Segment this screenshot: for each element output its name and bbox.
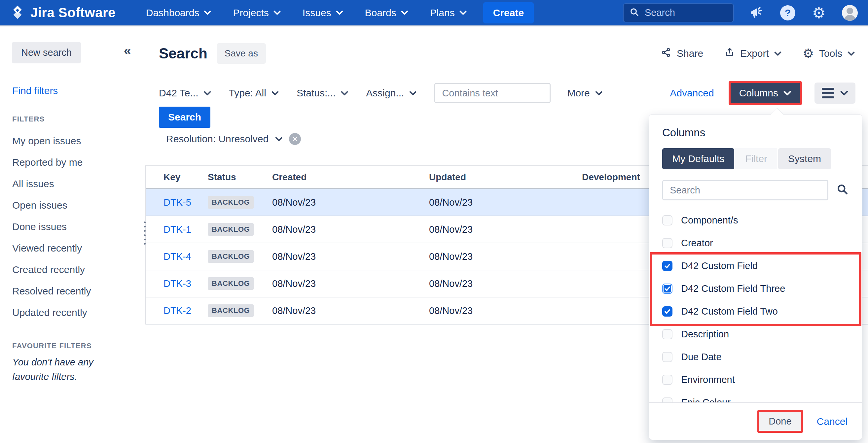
done-button[interactable]: Done bbox=[760, 412, 801, 431]
advanced-link[interactable]: Advanced bbox=[670, 88, 714, 99]
sidebar-filter-item[interactable]: Done issues bbox=[12, 216, 144, 238]
highlight-box-columns: Columns bbox=[728, 81, 802, 105]
column-option-label: Creator bbox=[681, 238, 713, 249]
sidebar-filter-item[interactable]: My open issues bbox=[12, 130, 144, 152]
column-header-updated[interactable]: Updated bbox=[429, 172, 582, 183]
checked-checkbox[interactable] bbox=[662, 306, 673, 317]
unchecked-checkbox[interactable] bbox=[662, 352, 673, 362]
unchecked-checkbox[interactable] bbox=[662, 329, 673, 339]
sidebar: New search « Find filters FILTERS My ope… bbox=[0, 27, 144, 443]
created-cell: 08/Nov/23 bbox=[272, 278, 429, 289]
tools-button[interactable]: ⚙ Tools bbox=[803, 47, 855, 60]
remove-filter-icon[interactable]: ✕ bbox=[289, 133, 301, 145]
create-button[interactable]: Create bbox=[483, 2, 534, 24]
columns-search-input[interactable] bbox=[662, 180, 828, 200]
share-button[interactable]: Share bbox=[661, 47, 703, 60]
chevron-down-icon bbox=[204, 91, 211, 96]
export-button[interactable]: Export bbox=[724, 47, 781, 60]
columns-option-list: Component/sCreatorD42 Custom FieldD42 Cu… bbox=[649, 209, 862, 414]
status-badge: BACKLOG bbox=[208, 223, 254, 236]
issue-key-link[interactable]: DTK-5 bbox=[163, 197, 191, 208]
column-header-status[interactable]: Status bbox=[208, 172, 272, 183]
sidebar-filter-item[interactable]: Viewed recently bbox=[12, 238, 144, 259]
nav-item-issues[interactable]: Issues bbox=[303, 7, 343, 19]
columns-tab-system[interactable]: System bbox=[778, 148, 831, 169]
sidebar-filter-item[interactable]: Updated recently bbox=[12, 302, 144, 323]
column-option-label: Environment bbox=[681, 374, 735, 385]
nav-search-box[interactable] bbox=[623, 3, 734, 23]
chevron-down-icon bbox=[783, 90, 792, 96]
checked-checkbox[interactable] bbox=[662, 261, 673, 271]
nav-item-projects[interactable]: Projects bbox=[233, 7, 280, 19]
collapse-sidebar-icon[interactable]: « bbox=[124, 44, 131, 57]
unchecked-checkbox[interactable] bbox=[662, 238, 673, 248]
jira-brand[interactable]: Jira Software bbox=[10, 5, 116, 21]
list-view-icon bbox=[822, 88, 834, 98]
favourite-filters-empty-text: You don't have any favourite filters. bbox=[12, 355, 131, 384]
avatar[interactable] bbox=[842, 5, 858, 21]
column-option[interactable]: Environment bbox=[649, 369, 862, 391]
sidebar-filter-item[interactable]: Created recently bbox=[12, 259, 144, 280]
issue-key-link[interactable]: DTK-1 bbox=[163, 224, 191, 235]
issue-key-link[interactable]: DTK-4 bbox=[163, 251, 191, 262]
columns-popup: Columns My DefaultsFilterSystem Componen… bbox=[649, 115, 862, 440]
applied-filter-chip[interactable]: Resolution: Unresolved ✕ bbox=[166, 133, 301, 145]
sidebar-filter-item[interactable]: All issues bbox=[12, 173, 144, 194]
type-filter-dropdown[interactable]: Type: All bbox=[229, 88, 279, 99]
column-option[interactable]: Due Date bbox=[649, 346, 862, 369]
column-option[interactable]: D42 Custom Field bbox=[649, 254, 862, 277]
column-header-key[interactable]: Key bbox=[163, 172, 208, 183]
contains-text-input[interactable] bbox=[434, 83, 551, 103]
chevron-down-icon bbox=[275, 137, 282, 141]
column-option[interactable]: D42 Custom Field Three bbox=[649, 277, 862, 300]
nav-menu: DashboardsProjectsIssuesBoardsPlans bbox=[146, 7, 467, 19]
updated-cell: 08/Nov/23 bbox=[429, 251, 582, 262]
nav-item-dashboards[interactable]: Dashboards bbox=[146, 7, 211, 19]
unchecked-checkbox[interactable] bbox=[662, 375, 673, 385]
jira-logo-icon bbox=[10, 5, 25, 21]
more-filters-dropdown[interactable]: More bbox=[567, 88, 602, 99]
chevron-down-icon bbox=[459, 10, 467, 15]
updated-cell: 08/Nov/23 bbox=[429, 278, 582, 289]
column-option-label: D42 Custom Field bbox=[681, 260, 758, 271]
layout-switcher-button[interactable] bbox=[814, 83, 856, 104]
columns-tab-my-defaults[interactable]: My Defaults bbox=[662, 148, 734, 169]
sidebar-filter-item[interactable]: Reported by me bbox=[12, 152, 144, 173]
chevron-down-icon bbox=[840, 90, 848, 96]
issue-key-link[interactable]: DTK-2 bbox=[163, 305, 191, 316]
chevron-down-icon bbox=[341, 91, 348, 96]
sidebar-filter-item[interactable]: Resolved recently bbox=[12, 280, 144, 302]
checked-checkbox[interactable] bbox=[662, 284, 673, 294]
column-option[interactable]: Description bbox=[649, 323, 862, 346]
filters-heading: FILTERS bbox=[12, 115, 144, 123]
drag-handle[interactable] bbox=[144, 222, 146, 245]
gear-icon[interactable]: ⚙ bbox=[810, 5, 827, 21]
project-filter-dropdown[interactable]: D42 Te... bbox=[159, 88, 211, 99]
column-option[interactable]: Component/s bbox=[649, 209, 862, 232]
find-filters-link[interactable]: Find filters bbox=[12, 85, 144, 96]
help-icon[interactable]: ? bbox=[779, 5, 796, 21]
chevron-down-icon bbox=[336, 10, 343, 15]
unchecked-checkbox[interactable] bbox=[662, 215, 673, 225]
column-option[interactable]: Creator bbox=[649, 232, 862, 254]
columns-button[interactable]: Columns bbox=[731, 83, 800, 103]
save-as-button[interactable]: Save as bbox=[217, 43, 266, 64]
sidebar-filter-item[interactable]: Open issues bbox=[12, 194, 144, 216]
magnifier-icon[interactable] bbox=[836, 183, 849, 197]
column-option-label: Component/s bbox=[681, 215, 738, 226]
search-button[interactable]: Search bbox=[159, 107, 210, 128]
column-header-created[interactable]: Created bbox=[272, 172, 429, 183]
megaphone-icon[interactable] bbox=[748, 5, 765, 21]
nav-item-boards[interactable]: Boards bbox=[365, 7, 408, 19]
column-option[interactable]: D42 Custom Field Two bbox=[649, 300, 862, 323]
issue-key-link[interactable]: DTK-3 bbox=[163, 278, 191, 289]
cancel-link[interactable]: Cancel bbox=[817, 416, 847, 427]
new-search-button[interactable]: New search bbox=[12, 42, 81, 63]
updated-cell: 08/Nov/23 bbox=[429, 305, 582, 316]
column-option-label: D42 Custom Field Three bbox=[681, 283, 785, 294]
status-filter-dropdown[interactable]: Status:... bbox=[297, 88, 348, 99]
assignee-filter-dropdown[interactable]: Assign... bbox=[366, 88, 416, 99]
column-option-label: Due Date bbox=[681, 352, 722, 362]
top-navigation-bar: Jira Software DashboardsProjectsIssuesBo… bbox=[0, 0, 868, 26]
nav-item-plans[interactable]: Plans bbox=[430, 7, 467, 19]
